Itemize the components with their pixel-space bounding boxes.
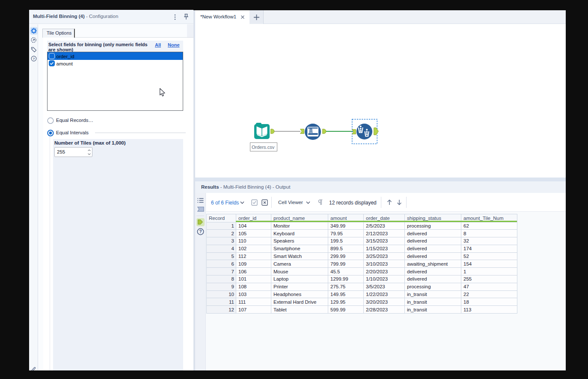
svg-text:?: ? bbox=[199, 229, 202, 234]
svg-text:?: ? bbox=[33, 57, 35, 61]
